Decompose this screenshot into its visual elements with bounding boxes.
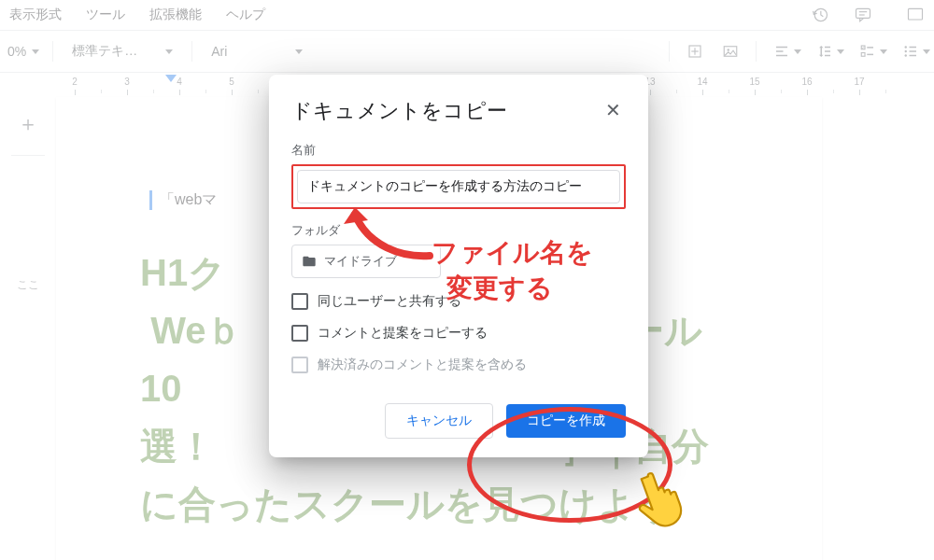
dialog-title: ドキュメントをコピー [291, 97, 507, 125]
folder-icon [302, 254, 317, 269]
create-copy-button[interactable]: コピーを作成 [506, 404, 626, 438]
include-resolved-checkbox: 解決済みのコメントと提案を含める [291, 357, 626, 373]
checkbox-icon [291, 325, 308, 342]
folder-name: マイドライブ [324, 253, 397, 270]
copy-comments-checkbox[interactable]: コメントと提案をコピーする [291, 325, 626, 342]
checkbox-icon [291, 357, 308, 373]
dialog-actions: キャンセル コピーを作成 [291, 403, 626, 439]
document-name-input[interactable] [297, 170, 620, 203]
share-same-users-checkbox[interactable]: 同じユーザーと共有する [291, 293, 626, 310]
close-icon[interactable]: ✕ [600, 97, 626, 123]
cancel-button[interactable]: キャンセル [385, 403, 493, 439]
checkbox-icon [291, 293, 308, 310]
folder-label: フォルダ [291, 222, 626, 239]
folder-picker-button[interactable]: マイドライブ [291, 245, 441, 278]
copy-document-dialog: ドキュメントをコピー ✕ 名前 フォルダ マイドライブ 同じユーザーと共有する … [269, 75, 648, 457]
name-label: 名前 [291, 142, 626, 159]
annotation-name-highlight [291, 164, 626, 209]
